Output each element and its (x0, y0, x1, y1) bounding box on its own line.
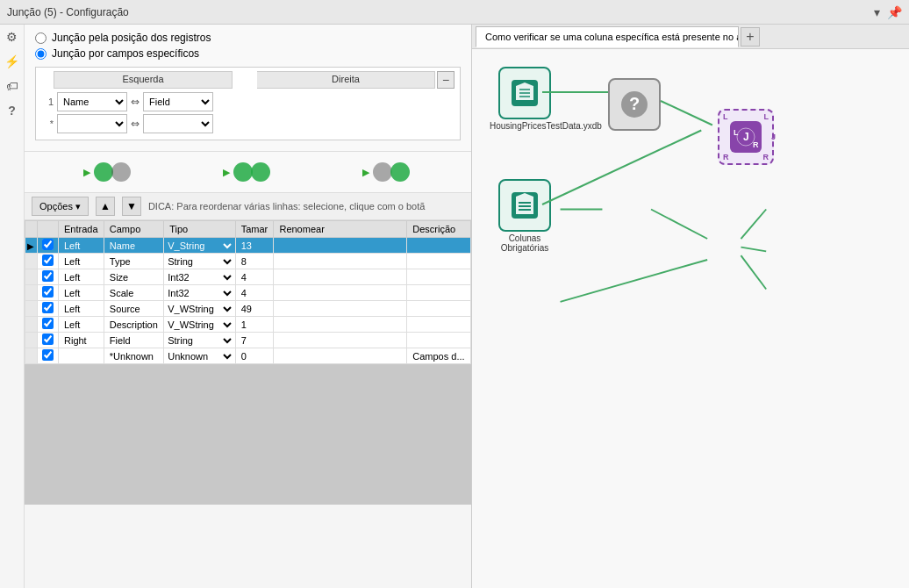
renomear-input[interactable] (279, 240, 401, 251)
tipo-cell[interactable]: String (164, 333, 235, 348)
renomear-cell[interactable] (274, 254, 407, 269)
table-row[interactable]: ▶ Left Name V_String 13 (25, 238, 471, 254)
col-header-entrada[interactable]: Entrada (59, 221, 104, 238)
row-star-num: * (39, 118, 54, 129)
move-down-button[interactable]: ▼ (122, 197, 141, 216)
renomear-cell[interactable] (274, 301, 407, 317)
tipo-select[interactable]: V_String (164, 240, 234, 252)
row-checkbox[interactable] (42, 270, 54, 282)
left-field-select-star[interactable] (57, 114, 127, 133)
data-grid-container[interactable]: Entrada Campo Tipo Tamar Renomear Descri… (25, 220, 471, 588)
table-row[interactable]: Left Description V_WString 1 (25, 317, 471, 333)
radio-fields-input[interactable] (35, 48, 47, 60)
renomear-input[interactable] (279, 272, 401, 283)
row-checkbox-cell[interactable] (38, 333, 59, 348)
campo-cell: Type (104, 254, 163, 269)
conn-question-join (661, 100, 713, 125)
table-row[interactable]: Left Type String 8 (25, 254, 471, 269)
renomear-input[interactable] (279, 335, 401, 346)
tipo-select[interactable]: V_WString (164, 303, 234, 315)
tipo-cell[interactable]: V_String (164, 238, 235, 254)
tipo-cell[interactable]: String (164, 254, 235, 269)
tipo-cell[interactable]: Int32 (164, 285, 235, 301)
col-header-descricao[interactable]: Descrição (407, 221, 471, 238)
row-checkbox-cell[interactable] (38, 238, 59, 254)
join-config-section: Junção pela posição dos registros Junção… (25, 25, 471, 152)
options-button[interactable]: Opções ▾ (32, 197, 89, 216)
col-header-campo[interactable]: Campo (104, 221, 163, 238)
tipo-cell[interactable]: V_WString (164, 317, 235, 333)
row-checkbox-cell[interactable] (38, 285, 59, 301)
renomear-cell[interactable] (274, 269, 407, 285)
col-header-renomear[interactable]: Renomear (274, 221, 407, 238)
col-header-tipo[interactable]: Tipo (164, 221, 235, 238)
tab-label: Como verificar se uma coluna específica … (485, 32, 739, 42)
pin-icon[interactable]: 📌 (887, 5, 902, 19)
renomear-cell[interactable] (274, 317, 407, 333)
tipo-cell[interactable]: V_WString (164, 301, 235, 317)
table-row[interactable]: *Unknown Unknown 0 Campos d... (25, 348, 471, 364)
tipo-select[interactable]: String (164, 334, 234, 347)
row-indicator-cell (25, 333, 38, 348)
left-panel: Junção pela posição dos registros Junção… (25, 25, 472, 588)
row-checkbox-cell[interactable] (38, 269, 59, 285)
renomear-cell[interactable] (274, 285, 407, 301)
row-checkbox[interactable] (42, 286, 54, 298)
tipo-select[interactable]: Int32 (164, 271, 234, 283)
renomear-input[interactable] (279, 319, 401, 330)
radio-fields-label: Junção por campos específicos (52, 47, 199, 60)
renomear-cell[interactable] (274, 333, 407, 348)
renomear-input[interactable] (279, 288, 401, 298)
radio-by-position[interactable]: Junção pela posição dos registros (35, 32, 461, 44)
canvas-area[interactable]: HousingPricesTestData.yxdb ? L (472, 49, 909, 588)
tipo-select[interactable]: String (164, 255, 234, 268)
table-row[interactable]: Right Field String 7 (25, 333, 471, 348)
question-tool-node[interactable]: ? (608, 78, 661, 131)
tipo-select[interactable]: Int32 (164, 287, 234, 299)
right-field-select-star[interactable] (143, 114, 213, 133)
lightning-sidebar-icon[interactable]: ⚡ (4, 53, 21, 70)
row-checkbox-cell[interactable] (38, 254, 59, 269)
row-checkbox[interactable] (42, 255, 54, 266)
row-checkbox[interactable] (42, 318, 54, 329)
housing-db-node[interactable]: HousingPricesTestData.yxdb (490, 67, 560, 131)
right-join-icon[interactable]: ▶ (362, 159, 413, 185)
tipo-cell[interactable]: Int32 (164, 269, 235, 285)
settings-sidebar-icon[interactable]: ⚙ (4, 28, 21, 46)
move-up-button[interactable]: ▲ (96, 197, 115, 216)
renomear-input[interactable] (279, 256, 401, 267)
tipo-select[interactable]: Unknown (164, 350, 234, 362)
row-checkbox[interactable] (42, 333, 54, 345)
col-header-tamanho[interactable]: Tamar (235, 221, 274, 238)
table-row[interactable]: Left Scale Int32 4 (25, 285, 471, 301)
left-col-header: Esquerda (54, 71, 233, 89)
renomear-input[interactable] (279, 304, 401, 314)
radio-by-fields[interactable]: Junção por campos específicos (35, 47, 461, 60)
tipo-select[interactable]: V_WString (164, 319, 234, 331)
renomear-input[interactable] (279, 351, 401, 362)
table-row[interactable]: Left Source V_WString 49 (25, 301, 471, 317)
left-join-icon[interactable]: ▶ (83, 159, 134, 185)
row-checkbox[interactable] (42, 349, 54, 361)
active-tab[interactable]: Como verificar se uma coluna específica … (476, 26, 739, 47)
row-checkbox-cell[interactable] (38, 348, 59, 364)
row-checkbox-cell[interactable] (38, 301, 59, 317)
columns-tool-node[interactable]: Colunas Obrigatórias (490, 179, 560, 253)
table-row[interactable]: Left Size Int32 4 (25, 269, 471, 285)
left-field-select-1[interactable]: Name Type Size Scale Source Description (57, 92, 127, 111)
tipo-cell[interactable]: Unknown (164, 348, 235, 364)
remove-field-button[interactable]: − (437, 71, 454, 89)
add-tab-button[interactable]: + (741, 27, 760, 47)
renomear-cell[interactable] (274, 238, 407, 254)
help-sidebar-icon[interactable]: ? (4, 102, 21, 119)
tag-sidebar-icon[interactable]: 🏷 (4, 77, 21, 95)
row-checkbox[interactable] (42, 239, 54, 250)
row-checkbox-cell[interactable] (38, 317, 59, 333)
right-field-select-1[interactable]: Field (143, 92, 213, 111)
renomear-cell[interactable] (274, 348, 407, 364)
minimize-icon[interactable]: ▾ (874, 5, 880, 19)
inner-join-icon[interactable]: ▶ (223, 159, 274, 185)
join-tool-node[interactable]: L J R L L R R J (718, 109, 774, 165)
radio-position-input[interactable] (35, 32, 47, 44)
row-checkbox[interactable] (42, 302, 54, 313)
